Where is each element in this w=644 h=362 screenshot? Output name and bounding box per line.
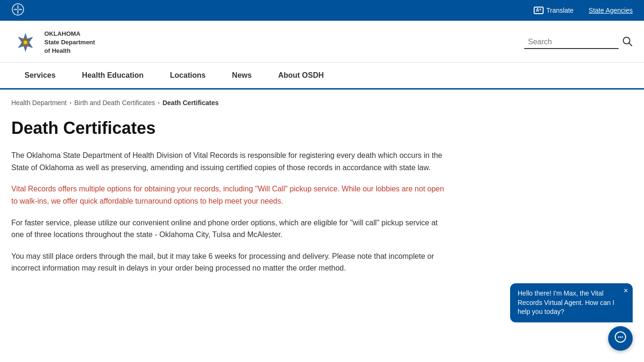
chat-bubble-text: Hello there! I'm Max, the Vital Records … xyxy=(518,289,614,303)
search-button[interactable] xyxy=(622,36,633,49)
logo-line2: State Department xyxy=(44,38,95,47)
search-area xyxy=(524,36,633,49)
breadcrumb-birth-death[interactable]: Birth and Death Certificates xyxy=(74,99,155,107)
logo-area[interactable]: OKLAHOMA State Department of Health xyxy=(11,28,95,57)
translate-icon: Aᵃ xyxy=(534,7,544,14)
breadcrumb-separator-2: › xyxy=(158,99,160,106)
nav-item-health-education[interactable]: Health Education xyxy=(69,63,157,88)
chat-close-button[interactable]: × xyxy=(624,287,628,295)
nav-item-about-osdh[interactable]: About OSDH xyxy=(265,63,337,88)
header: OKLAHOMA State Department of Health xyxy=(0,21,644,63)
translate-label: Translate xyxy=(546,7,574,14)
top-bar-logo xyxy=(11,3,25,18)
main-content: Death Certificates The Oklahoma State De… xyxy=(0,110,462,303)
faster-service-paragraph: For faster service, please utilize our c… xyxy=(11,217,451,241)
breadcrumb-current: Death Certificates xyxy=(163,99,219,107)
nav-item-news[interactable]: News xyxy=(219,63,265,88)
chat-widget: × Hello there! I'm Max, the Vital Record… xyxy=(510,283,633,303)
main-nav: Services Health Education Locations News… xyxy=(0,63,644,90)
breadcrumb-separator-1: › xyxy=(70,99,72,106)
search-input[interactable] xyxy=(524,36,619,49)
breadcrumb: Health Department › Birth and Death Cert… xyxy=(0,90,644,110)
vital-records-link-paragraph[interactable]: Vital Records offers multiple options fo… xyxy=(11,183,451,207)
chat-bubble: × Hello there! I'm Max, the Vital Record… xyxy=(510,283,633,303)
breadcrumb-health-department[interactable]: Health Department xyxy=(11,99,67,107)
svg-point-4 xyxy=(24,41,27,44)
nav-item-services[interactable]: Services xyxy=(11,63,69,88)
page-title: Death Certificates xyxy=(11,118,451,138)
search-icon xyxy=(622,36,633,47)
mail-order-paragraph: You may still place orders through the m… xyxy=(11,250,451,274)
state-agencies-link[interactable]: State Agencies xyxy=(589,7,633,14)
logo-line3: of Health xyxy=(44,47,95,55)
logo-line1: OKLAHOMA xyxy=(44,30,95,38)
nav-item-locations[interactable]: Locations xyxy=(157,63,219,88)
intro-paragraph: The Oklahoma State Department of Health … xyxy=(11,149,451,173)
logo-text: OKLAHOMA State Department of Health xyxy=(44,30,95,56)
top-bar: Aᵃ Translate State Agencies xyxy=(0,0,644,21)
osdh-logo-icon xyxy=(11,28,40,57)
translate-button[interactable]: Aᵃ Translate xyxy=(534,7,574,14)
svg-line-6 xyxy=(629,43,632,46)
